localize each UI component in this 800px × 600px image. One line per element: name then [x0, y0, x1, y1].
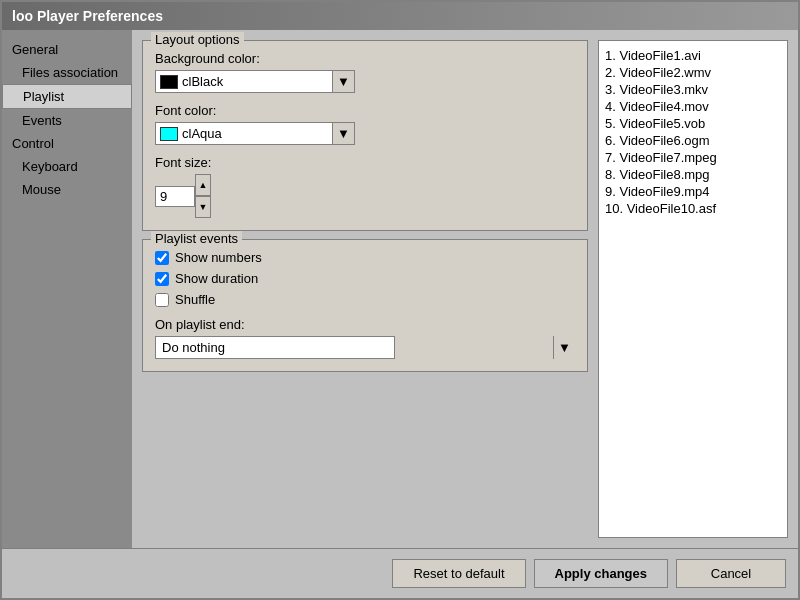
on-playlist-end-arrow: ▼	[553, 336, 575, 359]
main-window: loo Player Preferences General Files ass…	[0, 0, 800, 600]
playlist-events-title: Playlist events	[151, 231, 242, 246]
sidebar-item-general[interactable]: General	[2, 38, 132, 61]
show-numbers-label: Show numbers	[175, 250, 262, 265]
layout-options-group: Layout options Background color: clBlack…	[142, 40, 588, 231]
on-playlist-end-wrapper: Do nothing Stop Repeat Exit ▼	[155, 336, 575, 359]
background-color-label: Background color:	[155, 51, 575, 66]
font-size-up-button[interactable]: ▲	[195, 174, 211, 196]
main-area: Layout options Background color: clBlack…	[132, 30, 798, 548]
font-color-row: Font color: clAqua clBlack clWhite clRed…	[155, 103, 575, 145]
font-size-label: Font size:	[155, 155, 575, 170]
cancel-button[interactable]: Cancel	[676, 559, 786, 588]
background-color-swatch	[160, 75, 178, 89]
font-size-row: Font size: ▲ ▼	[155, 155, 575, 218]
footer: Reset to default Apply changes Cancel	[2, 548, 798, 598]
list-item: 7. VideoFile7.mpeg	[605, 149, 781, 166]
sidebar-item-events[interactable]: Events	[2, 109, 132, 132]
sidebar-item-playlist[interactable]: Playlist	[2, 84, 132, 109]
apply-changes-button[interactable]: Apply changes	[534, 559, 668, 588]
show-duration-checkbox[interactable]	[155, 272, 169, 286]
background-color-dropdown-wrapper[interactable]: clBlack clWhite clRed clBlue clGreen ▼	[155, 70, 355, 93]
shuffle-row: Shuffle	[155, 292, 575, 307]
font-color-dropdown-wrapper[interactable]: clAqua clBlack clWhite clRed clBlue ▼	[155, 122, 355, 145]
font-color-swatch	[160, 127, 178, 141]
font-size-down-button[interactable]: ▼	[195, 196, 211, 218]
sidebar: General Files association Playlist Event…	[2, 30, 132, 548]
list-item: 5. VideoFile5.vob	[605, 115, 781, 132]
sidebar-item-mouse[interactable]: Mouse	[2, 178, 132, 201]
list-item: 1. VideoFile1.avi	[605, 47, 781, 64]
playlist-events-group: Playlist events Show numbers Show durati…	[142, 239, 588, 372]
sidebar-item-files-association[interactable]: Files association	[2, 61, 132, 84]
center-panel: Layout options Background color: clBlack…	[142, 40, 588, 538]
on-playlist-end-row: On playlist end: Do nothing Stop Repeat …	[155, 317, 575, 359]
show-numbers-row: Show numbers	[155, 250, 575, 265]
font-size-input[interactable]	[155, 186, 195, 207]
sidebar-item-keyboard[interactable]: Keyboard	[2, 155, 132, 178]
list-item: 8. VideoFile8.mpg	[605, 166, 781, 183]
show-numbers-checkbox[interactable]	[155, 251, 169, 265]
list-item: 3. VideoFile3.mkv	[605, 81, 781, 98]
on-playlist-end-label: On playlist end:	[155, 317, 575, 332]
shuffle-checkbox[interactable]	[155, 293, 169, 307]
sidebar-item-control[interactable]: Control	[2, 132, 132, 155]
shuffle-label: Shuffle	[175, 292, 215, 307]
title-bar: loo Player Preferences	[2, 2, 798, 30]
background-color-select[interactable]: clBlack clWhite clRed clBlue clGreen	[156, 71, 354, 92]
font-color-select[interactable]: clAqua clBlack clWhite clRed clBlue	[156, 123, 354, 144]
list-item: 9. VideoFile9.mp4	[605, 183, 781, 200]
show-duration-label: Show duration	[175, 271, 258, 286]
list-item: 6. VideoFile6.ogm	[605, 132, 781, 149]
layout-options-title: Layout options	[151, 32, 244, 47]
file-list-panel: 1. VideoFile1.avi 2. VideoFile2.wmv 3. V…	[598, 40, 788, 538]
font-size-wrapper: ▲ ▼	[155, 174, 575, 218]
font-color-label: Font color:	[155, 103, 575, 118]
list-item: 10. VideoFile10.asf	[605, 200, 781, 217]
list-item: 2. VideoFile2.wmv	[605, 64, 781, 81]
reset-to-default-button[interactable]: Reset to default	[392, 559, 525, 588]
window-content: General Files association Playlist Event…	[2, 30, 798, 548]
show-duration-row: Show duration	[155, 271, 575, 286]
list-item: 4. VideoFile4.mov	[605, 98, 781, 115]
background-color-row: Background color: clBlack clWhite clRed …	[155, 51, 575, 93]
on-playlist-end-select[interactable]: Do nothing Stop Repeat Exit	[155, 336, 395, 359]
window-title: loo Player Preferences	[12, 8, 163, 24]
